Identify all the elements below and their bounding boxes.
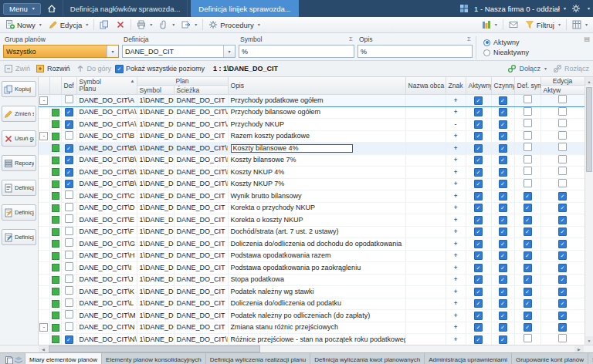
table-row[interactable]: ✓DANE_DO_CIT\A\A1\DANE_DO_CITDANE_DO_CIT… xyxy=(39,106,585,119)
czynny-checkbox[interactable]: ✓ xyxy=(499,228,507,236)
header-czynny[interactable]: Czynny xyxy=(491,77,514,95)
bottom-tab-definicja-wyliczenia-realizacji-planu[interactable]: Definicja wyliczenia realizacji planu xyxy=(206,353,311,364)
bottom-tab-miary-element-w-plan-w[interactable]: Miary elementów planów xyxy=(25,353,102,364)
home-icon[interactable] xyxy=(44,4,59,13)
def-symt-checkbox[interactable]: ✓ xyxy=(524,275,532,284)
aktyw-checkbox[interactable]: ✓ xyxy=(558,312,567,320)
chevron-down-icon[interactable]: ▾ xyxy=(223,46,235,57)
aktywny-checkbox[interactable]: ✓ xyxy=(474,335,483,344)
def-symt-checkbox[interactable]: ✓ xyxy=(524,264,532,272)
scroll-right-arrow[interactable]: ▶ xyxy=(574,345,584,352)
aktyw-checkbox[interactable]: ✓ xyxy=(558,228,567,236)
aktywny-checkbox[interactable]: ✓ xyxy=(474,275,483,284)
aktyw-checkbox[interactable]: ✓ xyxy=(558,264,567,272)
table-row[interactable]: DANE_DO_CIT\K1\DANE_DO_CITDANE_DO_CITPod… xyxy=(39,286,585,298)
header-znak[interactable]: Znak xyxy=(446,77,466,95)
table-row[interactable]: DANE_DO_CIT\H1\DANE_DO_CITDANE_DO_CITPod… xyxy=(39,250,585,262)
aktywny-checkbox[interactable]: ✓ xyxy=(474,323,483,332)
aktywny-checkbox[interactable]: ✓ xyxy=(474,228,483,236)
aktyw-checkbox[interactable] xyxy=(558,167,567,175)
bottom-tab-specyfikacja-rb[interactable]: Specyfikacja RB xyxy=(588,353,593,364)
header-nazwa-obca[interactable]: Nazwa obca xyxy=(405,77,446,95)
aktyw-checkbox[interactable]: ✓ xyxy=(558,288,567,296)
sigma-icon[interactable]: Σ xyxy=(349,36,353,42)
czynny-checkbox[interactable]: ✓ xyxy=(499,180,507,188)
aktyw-checkbox[interactable] xyxy=(558,179,567,187)
def-checkbox[interactable] xyxy=(65,131,73,140)
czynny-checkbox[interactable]: ✓ xyxy=(499,216,507,224)
czynny-checkbox[interactable]: ✓ xyxy=(499,335,507,344)
def-symt-checkbox[interactable]: ✓ xyxy=(524,204,532,212)
aktyw-checkbox[interactable] xyxy=(558,131,567,140)
chevron-down-icon[interactable]: ▾ xyxy=(588,6,590,11)
def-symt-checkbox[interactable] xyxy=(524,155,532,163)
attachment-button[interactable]: ▾ xyxy=(156,18,178,32)
table-row[interactable]: DANE_DO_CIT\L1\DANE_DO_CITDANE_DO_CITDol… xyxy=(39,298,585,310)
czynny-checkbox[interactable]: ✓ xyxy=(499,312,507,320)
def-symt-checkbox[interactable]: ✓ xyxy=(524,192,532,201)
aktywny-checkbox[interactable]: ✓ xyxy=(474,96,483,105)
menu-button[interactable]: Menu▾ xyxy=(3,3,41,15)
definicja-dropdown[interactable]: DANE_DO_CIT ▾ xyxy=(122,45,236,58)
sidebar-button-kopiuj[interactable]: Kopiuj xyxy=(2,81,36,97)
czynny-checkbox[interactable]: ✓ xyxy=(499,192,507,201)
table-row[interactable]: DANE_DO_CIT\I1\DANE_DO_CITDANE_DO_CITPod… xyxy=(39,262,585,275)
header-band-edycja[interactable]: Edycja xyxy=(540,77,585,86)
sigma-icon[interactable]: Σ xyxy=(467,36,471,42)
aktywny-checkbox[interactable]: ✓ xyxy=(474,192,483,201)
apps-grid-icon[interactable] xyxy=(457,4,471,13)
def-checkbox[interactable] xyxy=(65,262,73,271)
filter-button[interactable]: Filtruj▾ xyxy=(522,18,564,32)
aktyw-checkbox[interactable] xyxy=(558,107,567,116)
aktywny-checkbox[interactable]: ✓ xyxy=(474,108,483,116)
tab-definicja-naglowkow[interactable]: Definicja nagłówków sprawozda... xyxy=(63,0,188,17)
copy-button[interactable] xyxy=(97,18,112,32)
aktyw-checkbox[interactable] xyxy=(558,95,567,103)
czynny-checkbox[interactable]: ✓ xyxy=(499,275,507,284)
czynny-checkbox[interactable]: ✓ xyxy=(499,288,507,296)
chevron-down-icon[interactable]: ▾ xyxy=(107,46,118,57)
bottom-tab-elementy-plan-w-konsolidacyjnych[interactable]: Elementy planów konsolidacyjnych xyxy=(102,353,206,364)
sidebar-button-definicja[interactable]: Definicja xyxy=(2,180,36,196)
def-checkbox[interactable]: ✓ xyxy=(65,108,73,116)
czynny-checkbox[interactable]: ✓ xyxy=(499,323,507,332)
filter-panel-toggle[interactable]: ▤ xyxy=(584,35,590,60)
def-checkbox[interactable] xyxy=(65,214,73,223)
inline-edit-field[interactable]: Koszty bilansowe 4% xyxy=(231,144,353,153)
def-symt-checkbox[interactable] xyxy=(524,167,532,175)
sidebar-button-definicja-realiz[interactable]: Definicja realiz xyxy=(2,204,36,221)
vertical-scrollbar[interactable]: ▲ ▼ xyxy=(585,77,593,345)
tree-button-zwi[interactable]: Zwiń xyxy=(4,64,30,73)
def-symt-checkbox[interactable]: ✓ xyxy=(524,240,532,248)
aktywny-checkbox[interactable]: ✓ xyxy=(474,216,483,224)
header-plan-symbol[interactable]: Symbol xyxy=(137,86,174,95)
radio-aktywny[interactable]: Aktywny xyxy=(483,39,529,46)
def-symt-checkbox[interactable]: ✓ xyxy=(524,323,532,332)
company-selector[interactable]: 1 - Nasza firma 0 - oddział▾ xyxy=(474,5,566,13)
def-symt-checkbox[interactable] xyxy=(524,107,532,116)
scroll-up-arrow[interactable]: ▲ xyxy=(585,77,593,86)
def-checkbox[interactable] xyxy=(65,190,73,199)
table-row[interactable]: DANE_DO_CIT\G1\DANE_DO_CITDANE_DO_CITDol… xyxy=(39,238,585,251)
table-row[interactable]: DANE_DO_CIT\E1\DANE_DO_CITDANE_DO_CITKor… xyxy=(39,214,585,227)
def-checkbox[interactable]: ✓ xyxy=(65,180,73,188)
bottom-tab-definicja-wyliczania-kwot-planowanych[interactable]: Definicja wyliczania kwot planowanych xyxy=(310,353,425,364)
def-checkbox[interactable]: ✓ xyxy=(65,156,73,164)
def-checkbox[interactable] xyxy=(65,95,73,103)
aktywny-checkbox[interactable]: ✓ xyxy=(474,132,483,140)
header-symbol-planu[interactable]: Symbol Planu▲ xyxy=(76,77,137,95)
radio-nieaktywny[interactable]: Nieaktywny xyxy=(483,49,529,56)
tab-definicja-linijek[interactable]: Definicja linijek sprawozda... xyxy=(191,0,298,17)
aktyw-checkbox[interactable]: ✓ xyxy=(558,323,567,332)
def-symt-checkbox[interactable] xyxy=(524,334,532,342)
header-sciezka[interactable]: Ścieżka xyxy=(174,86,228,95)
aktyw-checkbox[interactable]: ✓ xyxy=(558,192,567,201)
czynny-checkbox[interactable]: ✓ xyxy=(499,299,507,308)
czynny-checkbox[interactable]: ✓ xyxy=(499,251,507,260)
aktywny-checkbox[interactable]: ✓ xyxy=(474,120,483,129)
aktyw-checkbox[interactable]: ✓ xyxy=(558,216,567,224)
sidebar-button-repozytorium[interactable]: Repozytorium xyxy=(2,155,36,171)
def-checkbox[interactable] xyxy=(65,238,73,247)
aktywny-checkbox[interactable]: ✓ xyxy=(474,156,483,164)
tree-expander-icon[interactable]: - xyxy=(39,323,48,332)
